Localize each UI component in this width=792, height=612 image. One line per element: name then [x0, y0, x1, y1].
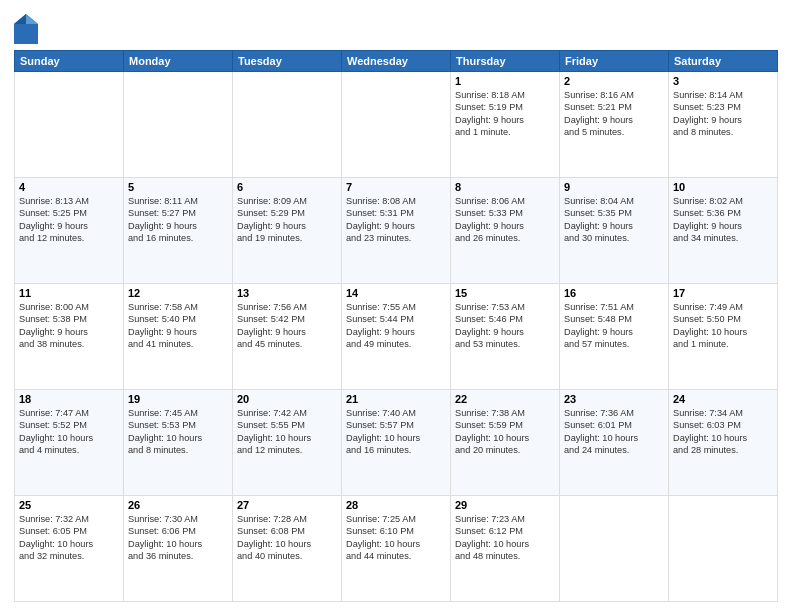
- day-info: Sunrise: 8:08 AMSunset: 5:31 PMDaylight:…: [346, 195, 446, 245]
- calendar-week-3: 11Sunrise: 8:00 AMSunset: 5:38 PMDayligh…: [15, 284, 778, 390]
- day-info: Sunrise: 7:30 AMSunset: 6:06 PMDaylight:…: [128, 513, 228, 563]
- day-info: Sunrise: 7:34 AMSunset: 6:03 PMDaylight:…: [673, 407, 773, 457]
- calendar-cell: 10Sunrise: 8:02 AMSunset: 5:36 PMDayligh…: [669, 178, 778, 284]
- calendar-cell: 6Sunrise: 8:09 AMSunset: 5:29 PMDaylight…: [233, 178, 342, 284]
- page: SundayMondayTuesdayWednesdayThursdayFrid…: [0, 0, 792, 612]
- calendar-cell: 23Sunrise: 7:36 AMSunset: 6:01 PMDayligh…: [560, 390, 669, 496]
- day-info: Sunrise: 8:16 AMSunset: 5:21 PMDaylight:…: [564, 89, 664, 139]
- day-info: Sunrise: 8:02 AMSunset: 5:36 PMDaylight:…: [673, 195, 773, 245]
- calendar-cell: 11Sunrise: 8:00 AMSunset: 5:38 PMDayligh…: [15, 284, 124, 390]
- day-number: 23: [564, 393, 664, 405]
- day-number: 8: [455, 181, 555, 193]
- calendar-cell: 24Sunrise: 7:34 AMSunset: 6:03 PMDayligh…: [669, 390, 778, 496]
- calendar-cell: 17Sunrise: 7:49 AMSunset: 5:50 PMDayligh…: [669, 284, 778, 390]
- day-number: 3: [673, 75, 773, 87]
- calendar-header-tuesday: Tuesday: [233, 51, 342, 72]
- calendar-cell: 4Sunrise: 8:13 AMSunset: 5:25 PMDaylight…: [15, 178, 124, 284]
- day-number: 20: [237, 393, 337, 405]
- logo: [14, 14, 40, 44]
- day-number: 10: [673, 181, 773, 193]
- day-number: 5: [128, 181, 228, 193]
- calendar-cell: 1Sunrise: 8:18 AMSunset: 5:19 PMDaylight…: [451, 72, 560, 178]
- svg-marker-1: [26, 14, 38, 24]
- day-number: 19: [128, 393, 228, 405]
- day-number: 18: [19, 393, 119, 405]
- day-number: 14: [346, 287, 446, 299]
- day-info: Sunrise: 7:45 AMSunset: 5:53 PMDaylight:…: [128, 407, 228, 457]
- day-number: 13: [237, 287, 337, 299]
- day-info: Sunrise: 8:11 AMSunset: 5:27 PMDaylight:…: [128, 195, 228, 245]
- calendar-cell: 18Sunrise: 7:47 AMSunset: 5:52 PMDayligh…: [15, 390, 124, 496]
- day-number: 24: [673, 393, 773, 405]
- day-number: 11: [19, 287, 119, 299]
- day-info: Sunrise: 7:25 AMSunset: 6:10 PMDaylight:…: [346, 513, 446, 563]
- calendar-cell: 14Sunrise: 7:55 AMSunset: 5:44 PMDayligh…: [342, 284, 451, 390]
- day-number: 21: [346, 393, 446, 405]
- day-info: Sunrise: 8:18 AMSunset: 5:19 PMDaylight:…: [455, 89, 555, 139]
- calendar-cell: 2Sunrise: 8:16 AMSunset: 5:21 PMDaylight…: [560, 72, 669, 178]
- day-info: Sunrise: 8:06 AMSunset: 5:33 PMDaylight:…: [455, 195, 555, 245]
- day-info: Sunrise: 7:40 AMSunset: 5:57 PMDaylight:…: [346, 407, 446, 457]
- calendar-cell: 8Sunrise: 8:06 AMSunset: 5:33 PMDaylight…: [451, 178, 560, 284]
- calendar-cell: 15Sunrise: 7:53 AMSunset: 5:46 PMDayligh…: [451, 284, 560, 390]
- svg-marker-2: [14, 14, 26, 24]
- calendar-cell: [124, 72, 233, 178]
- calendar-week-1: 1Sunrise: 8:18 AMSunset: 5:19 PMDaylight…: [15, 72, 778, 178]
- day-info: Sunrise: 7:49 AMSunset: 5:50 PMDaylight:…: [673, 301, 773, 351]
- header: [14, 10, 778, 44]
- calendar-header-monday: Monday: [124, 51, 233, 72]
- calendar-cell: 27Sunrise: 7:28 AMSunset: 6:08 PMDayligh…: [233, 496, 342, 602]
- day-number: 26: [128, 499, 228, 511]
- calendar-cell: 16Sunrise: 7:51 AMSunset: 5:48 PMDayligh…: [560, 284, 669, 390]
- day-info: Sunrise: 7:56 AMSunset: 5:42 PMDaylight:…: [237, 301, 337, 351]
- day-info: Sunrise: 8:04 AMSunset: 5:35 PMDaylight:…: [564, 195, 664, 245]
- calendar-cell: 20Sunrise: 7:42 AMSunset: 5:55 PMDayligh…: [233, 390, 342, 496]
- day-number: 12: [128, 287, 228, 299]
- calendar-cell: 26Sunrise: 7:30 AMSunset: 6:06 PMDayligh…: [124, 496, 233, 602]
- day-info: Sunrise: 8:00 AMSunset: 5:38 PMDaylight:…: [19, 301, 119, 351]
- calendar-week-2: 4Sunrise: 8:13 AMSunset: 5:25 PMDaylight…: [15, 178, 778, 284]
- calendar-cell: 29Sunrise: 7:23 AMSunset: 6:12 PMDayligh…: [451, 496, 560, 602]
- day-info: Sunrise: 7:38 AMSunset: 5:59 PMDaylight:…: [455, 407, 555, 457]
- calendar-cell: [342, 72, 451, 178]
- calendar-cell: 12Sunrise: 7:58 AMSunset: 5:40 PMDayligh…: [124, 284, 233, 390]
- calendar-header-wednesday: Wednesday: [342, 51, 451, 72]
- calendar-header-row: SundayMondayTuesdayWednesdayThursdayFrid…: [15, 51, 778, 72]
- day-number: 25: [19, 499, 119, 511]
- day-number: 15: [455, 287, 555, 299]
- day-info: Sunrise: 7:28 AMSunset: 6:08 PMDaylight:…: [237, 513, 337, 563]
- day-number: 1: [455, 75, 555, 87]
- day-number: 17: [673, 287, 773, 299]
- calendar-cell: 7Sunrise: 8:08 AMSunset: 5:31 PMDaylight…: [342, 178, 451, 284]
- day-number: 16: [564, 287, 664, 299]
- day-number: 28: [346, 499, 446, 511]
- day-info: Sunrise: 7:55 AMSunset: 5:44 PMDaylight:…: [346, 301, 446, 351]
- day-info: Sunrise: 7:47 AMSunset: 5:52 PMDaylight:…: [19, 407, 119, 457]
- calendar-cell: [15, 72, 124, 178]
- day-number: 2: [564, 75, 664, 87]
- day-info: Sunrise: 8:13 AMSunset: 5:25 PMDaylight:…: [19, 195, 119, 245]
- calendar-table: SundayMondayTuesdayWednesdayThursdayFrid…: [14, 50, 778, 602]
- day-info: Sunrise: 7:23 AMSunset: 6:12 PMDaylight:…: [455, 513, 555, 563]
- day-number: 6: [237, 181, 337, 193]
- day-number: 9: [564, 181, 664, 193]
- calendar-cell: 25Sunrise: 7:32 AMSunset: 6:05 PMDayligh…: [15, 496, 124, 602]
- day-info: Sunrise: 7:58 AMSunset: 5:40 PMDaylight:…: [128, 301, 228, 351]
- calendar-header-friday: Friday: [560, 51, 669, 72]
- day-info: Sunrise: 7:32 AMSunset: 6:05 PMDaylight:…: [19, 513, 119, 563]
- calendar-cell: [560, 496, 669, 602]
- calendar-cell: 3Sunrise: 8:14 AMSunset: 5:23 PMDaylight…: [669, 72, 778, 178]
- calendar-cell: [669, 496, 778, 602]
- day-info: Sunrise: 7:36 AMSunset: 6:01 PMDaylight:…: [564, 407, 664, 457]
- day-number: 22: [455, 393, 555, 405]
- calendar-cell: 21Sunrise: 7:40 AMSunset: 5:57 PMDayligh…: [342, 390, 451, 496]
- day-number: 4: [19, 181, 119, 193]
- calendar-header-saturday: Saturday: [669, 51, 778, 72]
- day-number: 27: [237, 499, 337, 511]
- day-info: Sunrise: 8:09 AMSunset: 5:29 PMDaylight:…: [237, 195, 337, 245]
- calendar-cell: [233, 72, 342, 178]
- day-info: Sunrise: 7:51 AMSunset: 5:48 PMDaylight:…: [564, 301, 664, 351]
- day-number: 29: [455, 499, 555, 511]
- calendar-week-5: 25Sunrise: 7:32 AMSunset: 6:05 PMDayligh…: [15, 496, 778, 602]
- calendar-cell: 19Sunrise: 7:45 AMSunset: 5:53 PMDayligh…: [124, 390, 233, 496]
